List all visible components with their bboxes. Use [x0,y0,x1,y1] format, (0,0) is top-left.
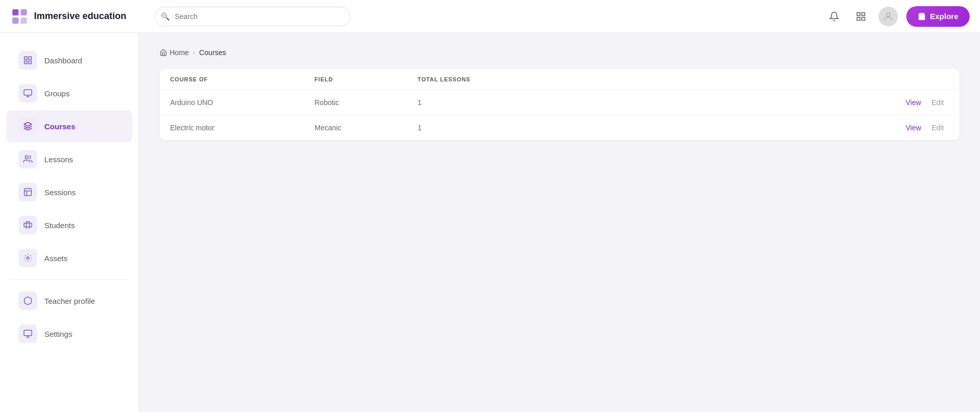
sidebar-item-lessons[interactable]: Lessons [6,143,132,175]
brand: Immersive education [10,7,150,26]
breadcrumb-home-link[interactable]: Home [160,48,189,57]
svg-point-21 [27,257,29,260]
sidebar-label-lessons: Lessons [44,155,73,164]
sidebar-item-sessions[interactable]: Sessions [6,176,132,208]
sidebar-item-students[interactable]: Students [6,209,132,241]
navbar: Immersive education 🔍 [0,0,980,33]
svg-rect-14 [24,90,32,95]
sidebar-item-groups[interactable]: Groups [6,77,132,109]
courses-icon [19,117,37,135]
svg-rect-13 [29,61,31,64]
sidebar-item-teacher-profile[interactable]: Teacher profile [6,285,132,317]
navbar-right: Explore [825,6,970,27]
lessons-icon [19,150,37,168]
sessions-icon [19,183,37,201]
table-row: Arduino UNO Robotic 1 View Edit [160,90,959,115]
sidebar-item-courses[interactable]: Courses [6,110,132,142]
sidebar-label-assets: Assets [44,254,68,263]
bell-icon-button[interactable] [825,7,843,26]
edit-button-2[interactable]: Edit [926,124,949,132]
sidebar-item-dashboard[interactable]: Dashboard [6,44,132,76]
sidebar-label-groups: Groups [44,89,70,98]
teacher-profile-icon [19,291,37,310]
svg-rect-1 [21,9,27,15]
breadcrumb-current: Courses [199,48,226,57]
svg-rect-2 [12,18,19,24]
app-title: Immersive education [34,11,126,22]
svg-rect-0 [12,9,19,15]
grid-icon-button[interactable] [852,7,870,26]
breadcrumb-home-label: Home [170,48,189,57]
svg-rect-7 [862,17,865,20]
col-total-lessons: TOTAL LESSONS [418,76,521,82]
course-name-2: Electric motor [170,124,314,132]
dashboard-icon [19,51,37,70]
explore-label: Explore [930,12,958,21]
breadcrumb-separator: › [193,49,195,56]
course-lessons-2: 1 [418,124,521,132]
search-icon: 🔍 [161,12,170,21]
table-row: Electric motor Mecanic 1 View Edit [160,115,959,140]
explore-button[interactable]: Explore [906,6,970,27]
svg-point-8 [886,12,890,16]
courses-table: COURSE OF FIELD TOTAL LESSONS Arduino UN… [160,69,959,140]
course-field-2: Mecanic [314,124,418,132]
groups-icon [19,84,37,102]
svg-rect-4 [857,12,860,15]
col-course-of: COURSE OF [170,76,314,82]
sidebar-label-students: Students [44,221,75,230]
svg-rect-10 [24,57,27,59]
main-content: Home › Courses COURSE OF FIELD TOTAL LES… [139,33,980,412]
table-header: COURSE OF FIELD TOTAL LESSONS [160,69,959,90]
course-field-1: Robotic [314,98,418,107]
svg-rect-22 [24,330,32,336]
col-spacer [521,76,949,82]
sidebar-label-sessions: Sessions [44,188,76,197]
col-field: FIELD [314,76,418,82]
sidebar: Dashboard Groups Courses [0,33,139,412]
course-lessons-1: 1 [418,98,521,107]
students-icon [19,216,37,234]
svg-rect-3 [21,18,27,24]
avatar-button[interactable] [878,7,898,26]
search-container: 🔍 [155,7,351,26]
sidebar-label-teacher-profile: Teacher profile [44,297,95,305]
course-name-1: Arduino UNO [170,98,314,107]
search-input[interactable] [155,7,351,26]
sidebar-item-settings[interactable]: Settings [6,318,132,350]
breadcrumb: Home › Courses [160,48,959,57]
svg-point-17 [25,156,28,159]
sidebar-divider [10,279,128,280]
svg-rect-6 [857,17,860,20]
layout: Dashboard Groups Courses [0,33,980,412]
svg-rect-18 [24,188,31,196]
view-button-1[interactable]: View [901,98,926,107]
settings-icon [19,324,37,343]
sidebar-label-settings: Settings [44,330,72,338]
sidebar-label-courses: Courses [44,122,75,131]
svg-rect-12 [24,61,27,64]
view-button-2[interactable]: View [901,124,926,132]
brand-icon [10,7,29,26]
svg-rect-11 [29,57,31,59]
edit-button-1[interactable]: Edit [926,98,949,107]
assets-icon [19,249,37,267]
sidebar-item-assets[interactable]: Assets [6,242,132,274]
sidebar-label-dashboard: Dashboard [44,56,82,65]
svg-rect-5 [862,12,865,15]
